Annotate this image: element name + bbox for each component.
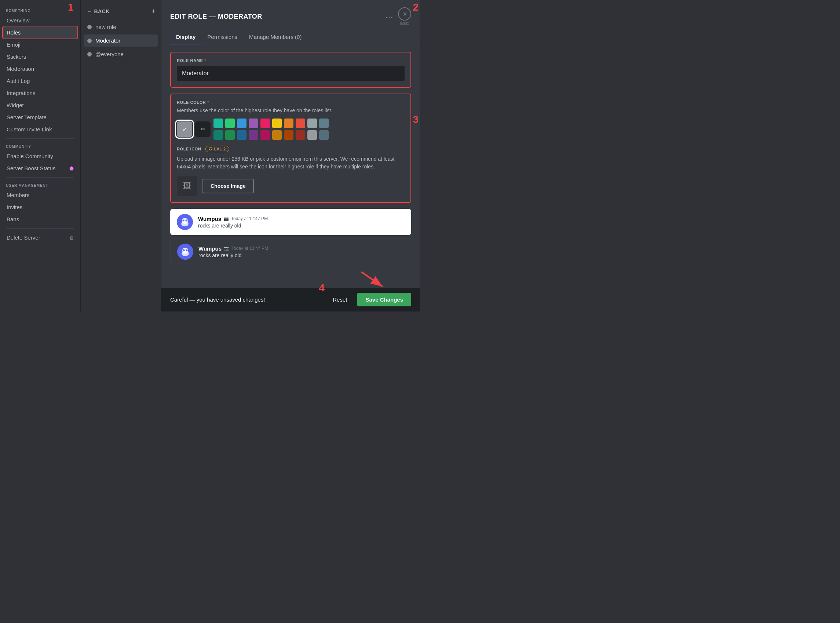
sidebar-item-overview[interactable]: Overview [3, 14, 77, 26]
save-changes-button[interactable]: Save Changes [357, 293, 411, 306]
bans-label: Bans [7, 216, 19, 222]
more-options-button[interactable]: ··· [385, 12, 394, 21]
wumpus-avatar-2 [180, 246, 191, 257]
reset-button[interactable]: Reset [327, 293, 353, 305]
esc-button[interactable]: ✕ ESC [398, 7, 411, 26]
unsaved-changes-bar: Careful — you have unsaved changes! Rese… [161, 288, 420, 312]
color-row-1 [213, 118, 329, 128]
back-label: BACK [94, 8, 110, 14]
section3-label: USER MANAGEMENT [3, 181, 77, 189]
choose-image-button[interactable]: Choose Image [202, 179, 254, 193]
role-dot [87, 38, 92, 43]
color-row-2 [213, 130, 329, 140]
color-swatch[interactable] [249, 118, 258, 128]
add-role-button[interactable]: + [151, 7, 155, 15]
section1-label: SOMETHING [3, 6, 77, 14]
username-row-2: Wumpus 📷 Today at 12:47 PM [198, 246, 268, 252]
shield-icon: 🛡 [209, 147, 213, 151]
color-picker-button[interactable]: ✏ [195, 121, 210, 137]
page-title: EDIT ROLE — MODERATOR [170, 13, 381, 20]
tab-bar: Display Permissions Manage Members (0) [161, 30, 420, 44]
sidebar-item-stickers[interactable]: Stickers [3, 51, 77, 63]
sidebar-item-custom-invite-link[interactable]: Custom Invite Link [3, 123, 77, 135]
sidebar-item-audit-log[interactable]: Audit Log [3, 75, 77, 87]
color-required-asterisk: * [207, 100, 209, 104]
color-swatch[interactable] [272, 130, 282, 140]
unsaved-text: Careful — you have unsaved changes! [170, 296, 322, 303]
role-color-label: ROLE COLOR * [177, 100, 405, 104]
sidebar-item-integrations[interactable]: Integrations [3, 87, 77, 99]
role-label: Moderator [95, 37, 120, 44]
color-swatch[interactable] [225, 118, 235, 128]
widget-label: Widget [7, 102, 24, 108]
scroll-area[interactable]: ROLE NAME * ROLE COLOR * Members use the… [161, 44, 420, 288]
svg-point-9 [182, 251, 189, 256]
color-swatch[interactable] [307, 118, 317, 128]
role-item-everyone[interactable]: @everyone [84, 48, 158, 60]
color-swatch[interactable] [213, 118, 223, 128]
default-color-swatch[interactable]: ✓ [177, 121, 192, 137]
svg-point-8 [186, 250, 188, 251]
color-swatch[interactable] [284, 130, 293, 140]
back-button[interactable]: ← BACK [87, 8, 110, 14]
delete-server-label: Delete Server [7, 235, 40, 241]
integrations-label: Integrations [7, 90, 35, 96]
overview-label: Overview [7, 17, 30, 23]
camera-icon-2: 📷 [224, 246, 229, 251]
color-swatch[interactable] [213, 130, 223, 140]
color-swatch[interactable] [319, 118, 329, 128]
eyedropper-icon: ✏ [201, 126, 205, 133]
role-dot [87, 52, 92, 57]
color-swatch[interactable] [237, 118, 247, 128]
emoji-label: Emoji [7, 41, 20, 48]
lvl-badge: 🛡 LVL 2 [205, 146, 229, 152]
role-name-input[interactable] [177, 66, 405, 81]
audit-log-label: Audit Log [7, 78, 30, 84]
color-swatch[interactable] [284, 118, 293, 128]
color-swatch[interactable] [319, 130, 329, 140]
role-color-section: ROLE COLOR * Members use the color of th… [170, 94, 411, 203]
upload-box[interactable]: 🖼 [177, 176, 197, 196]
color-swatches: ✓ ✏ [177, 118, 405, 140]
sidebar-item-server-template[interactable]: Server Template [3, 111, 77, 123]
username-row-1: Wumpus 📷 Today at 12:47 PM [198, 216, 268, 222]
sidebar-item-enable-community[interactable]: Enable Community [3, 150, 77, 162]
color-swatch[interactable] [261, 118, 270, 128]
sidebar-item-roles[interactable]: Roles [3, 26, 77, 38]
color-swatch[interactable] [249, 130, 258, 140]
color-swatch[interactable] [272, 118, 282, 128]
preview-message-2: rocks are really old [198, 252, 268, 258]
color-swatch[interactable] [261, 130, 270, 140]
sidebar-item-invites[interactable]: Invites [3, 201, 77, 213]
sidebar-item-delete-server[interactable]: Delete Server 🗑 [3, 232, 77, 244]
role-icon-section: ROLE ICON 🛡 LVL 2 Upload an image under … [177, 146, 405, 196]
sidebar-item-bans[interactable]: Bans [3, 213, 77, 225]
color-swatch[interactable] [296, 130, 305, 140]
members-label: Members [7, 192, 30, 198]
sidebar-item-members[interactable]: Members [3, 189, 77, 201]
avatar-wumpus-2 [177, 244, 193, 260]
roles-panel: ← BACK + new role Moderator @everyone [81, 0, 161, 312]
role-item-moderator[interactable]: Moderator [84, 34, 158, 47]
tab-permissions[interactable]: Permissions [201, 30, 243, 44]
divider-1 [6, 138, 75, 139]
tab-manage-members[interactable]: Manage Members (0) [243, 30, 307, 44]
color-swatch[interactable] [296, 118, 305, 128]
color-swatch[interactable] [237, 130, 247, 140]
avatar-wumpus-1 [177, 214, 193, 230]
enable-community-label: Enable Community [7, 153, 53, 159]
tab-display[interactable]: Display [170, 30, 201, 44]
role-item-new-role[interactable]: new role [84, 21, 158, 33]
sidebar-item-moderation[interactable]: Moderation [3, 63, 77, 75]
divider-3 [6, 228, 75, 229]
color-swatch[interactable] [307, 130, 317, 140]
role-dot [87, 25, 92, 29]
required-asterisk: * [204, 58, 206, 63]
camera-icon: 📷 [224, 216, 229, 221]
sidebar-item-server-boost[interactable]: Server Boost Status ⬟ [3, 162, 77, 174]
preview-username-1: Wumpus [198, 216, 221, 222]
sidebar-item-widget[interactable]: Widget [3, 99, 77, 111]
color-swatch[interactable] [225, 130, 235, 140]
stickers-label: Stickers [7, 54, 26, 60]
sidebar-item-emoji[interactable]: Emoji [3, 38, 77, 51]
